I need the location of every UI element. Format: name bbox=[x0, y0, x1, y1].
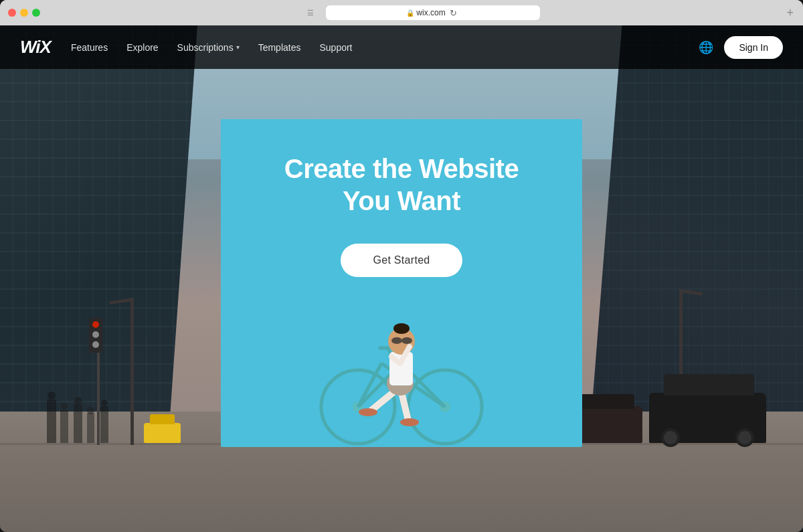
svg-point-17 bbox=[391, 337, 402, 344]
person-4-head bbox=[87, 407, 94, 414]
traffic-light-yellow bbox=[92, 331, 99, 338]
new-tab-button[interactable]: + bbox=[786, 6, 794, 20]
person-5-head bbox=[101, 400, 108, 406]
svg-point-18 bbox=[402, 337, 412, 344]
nav-templates[interactable]: Templates bbox=[258, 42, 301, 53]
nav-subscriptions[interactable]: Subscriptions ▾ bbox=[177, 42, 240, 53]
address-bar[interactable]: 🔒 wix.com ↻ bbox=[326, 5, 540, 20]
nav-explore[interactable]: Explore bbox=[126, 42, 158, 53]
browser-window: ☰ 🔒 wix.com ↻ + bbox=[0, 0, 803, 532]
menu-icon: ☰ bbox=[300, 9, 321, 17]
person-4 bbox=[87, 413, 94, 443]
sign-in-button[interactable]: Sign In bbox=[724, 36, 783, 59]
close-button[interactable] bbox=[8, 9, 16, 17]
subscriptions-arrow-icon: ▾ bbox=[236, 43, 240, 51]
lock-icon: 🔒 bbox=[407, 9, 414, 16]
url-text: wix.com bbox=[416, 8, 445, 17]
person-1 bbox=[47, 400, 56, 443]
traffic-light-box bbox=[89, 318, 102, 353]
svg-point-23 bbox=[359, 408, 377, 416]
taxi-roof bbox=[150, 414, 175, 424]
person-3-head bbox=[74, 397, 82, 404]
traffic-lights bbox=[8, 9, 40, 17]
wheel-left bbox=[661, 428, 680, 447]
wix-logo[interactable]: WiX bbox=[20, 37, 51, 58]
traffic-light-green bbox=[92, 341, 99, 348]
person-bike-illustration bbox=[294, 253, 509, 447]
nav-support[interactable]: Support bbox=[319, 42, 352, 53]
navigation-bar: WiX Features Explore Subscriptions ▾ Tem… bbox=[0, 25, 803, 69]
maximize-button[interactable] bbox=[32, 9, 40, 17]
nav-right: 🌐 Sign In bbox=[699, 36, 783, 59]
svg-point-24 bbox=[400, 418, 419, 426]
person-3 bbox=[74, 404, 82, 443]
person-1-head bbox=[48, 391, 56, 400]
person-5 bbox=[100, 406, 108, 443]
minimize-button[interactable] bbox=[20, 9, 28, 17]
traffic-light-red bbox=[92, 321, 99, 328]
person-2-head bbox=[61, 403, 68, 410]
website-viewport: Create the Website You Want Get Started bbox=[0, 25, 803, 532]
wheel-right bbox=[735, 428, 754, 447]
people-group-left bbox=[33, 383, 147, 443]
svg-point-20 bbox=[393, 323, 410, 334]
car-black-right bbox=[649, 393, 766, 443]
nav-features[interactable]: Features bbox=[71, 42, 108, 53]
language-globe-icon[interactable]: 🌐 bbox=[699, 40, 713, 55]
reload-icon[interactable]: ↻ bbox=[448, 7, 459, 18]
browser-toolbar: ☰ 🔒 wix.com ↻ bbox=[46, 5, 795, 20]
hero-blue-panel: Create the Website You Want Get Started bbox=[221, 119, 582, 447]
yellow-taxi bbox=[144, 423, 181, 443]
hero-image-person-bike bbox=[294, 253, 509, 447]
person-2 bbox=[60, 410, 68, 443]
browser-titlebar: ☰ 🔒 wix.com ↻ + bbox=[0, 0, 803, 25]
hero-headline: Create the Website You Want bbox=[261, 153, 542, 217]
nav-links: Features Explore Subscriptions ▾ Templat… bbox=[71, 42, 699, 53]
car-top bbox=[664, 374, 754, 395]
